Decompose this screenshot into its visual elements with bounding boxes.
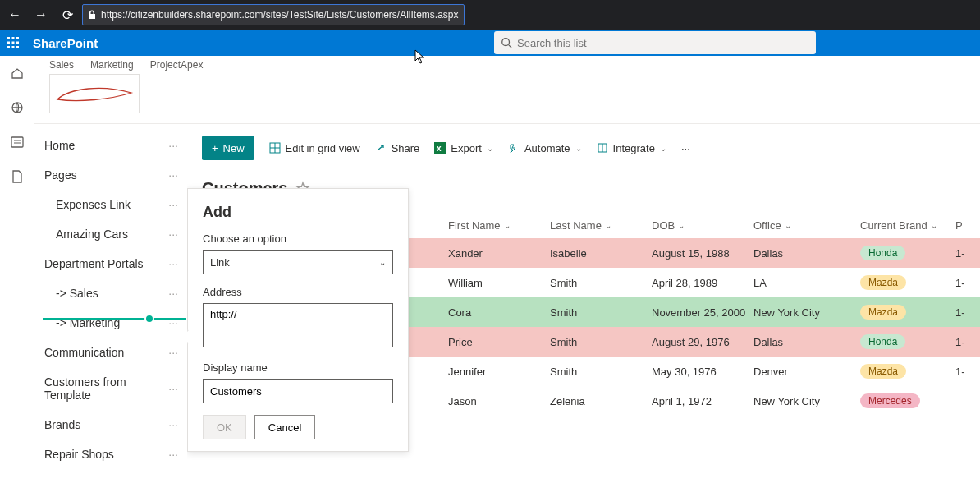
globe-icon[interactable] bbox=[10, 100, 25, 115]
url-bar[interactable]: https://citizenbuilders.sharepoint.com/s… bbox=[82, 4, 465, 25]
cell-office: Dallas bbox=[753, 336, 860, 348]
choose-select[interactable]: Link⌄ bbox=[203, 250, 393, 274]
file-icon[interactable] bbox=[10, 169, 25, 184]
svg-rect-3 bbox=[7, 42, 10, 44]
more-icon[interactable]: ··· bbox=[168, 139, 178, 152]
chevron-down-icon: ⌄ bbox=[379, 258, 386, 267]
cell-office: LA bbox=[753, 277, 860, 289]
cell-dob: April 28, 1989 bbox=[652, 277, 753, 289]
brand-pill: Mercedes bbox=[860, 393, 920, 408]
new-button[interactable]: +New bbox=[202, 136, 254, 160]
overflow-button[interactable]: ··· bbox=[681, 142, 690, 154]
cell-fn: Price bbox=[448, 336, 550, 348]
cell-ln: Smith bbox=[550, 306, 652, 319]
cell-dob: April 1, 1972 bbox=[652, 395, 753, 407]
cell-ln: Smith bbox=[550, 366, 652, 378]
svg-rect-1 bbox=[12, 37, 15, 39]
topnav-marketing[interactable]: Marketing bbox=[90, 59, 134, 71]
integrate-button[interactable]: Integrate⌄ bbox=[597, 142, 666, 154]
cancel-button[interactable]: Cancel bbox=[254, 415, 315, 439]
leftnav-customers-template[interactable]: Customers from Template··· bbox=[34, 367, 186, 410]
svg-point-9 bbox=[502, 39, 510, 46]
svg-rect-2 bbox=[16, 37, 19, 39]
search-input[interactable] bbox=[517, 37, 809, 49]
ok-button[interactable]: OK bbox=[203, 415, 246, 439]
home-icon[interactable] bbox=[10, 66, 25, 80]
cell-office: New York City bbox=[753, 306, 860, 319]
svg-rect-4 bbox=[12, 42, 15, 44]
search-box[interactable] bbox=[494, 31, 816, 54]
col-dob[interactable]: DOB⌄ bbox=[652, 219, 753, 232]
cell-phone: 1- bbox=[955, 247, 978, 260]
display-label: Display name bbox=[203, 361, 393, 374]
leftnav-amazing-cars[interactable]: Amazing Cars··· bbox=[34, 219, 186, 249]
forward-button[interactable]: → bbox=[30, 3, 53, 26]
topnav-projectapex[interactable]: ProjectApex bbox=[150, 59, 204, 71]
lock-icon bbox=[88, 10, 96, 20]
cell-brand: Mazda bbox=[860, 364, 955, 379]
news-icon[interactable] bbox=[10, 135, 25, 150]
leftnav-dept-portals[interactable]: Department Portals··· bbox=[34, 249, 186, 278]
col-office[interactable]: Office⌄ bbox=[753, 219, 860, 232]
grid-icon bbox=[269, 142, 281, 154]
cell-phone: 1- bbox=[955, 366, 978, 378]
chevron-down-icon: ⌄ bbox=[678, 221, 685, 230]
display-name-input[interactable] bbox=[203, 379, 393, 403]
app-launcher-icon[interactable] bbox=[0, 30, 26, 56]
topnav-sales[interactable]: Sales bbox=[49, 59, 74, 71]
address-input[interactable] bbox=[203, 303, 393, 347]
leftnav-marketing[interactable]: -> Marketing··· bbox=[34, 308, 186, 338]
brand-pill: Honda bbox=[860, 246, 905, 260]
brand-pill: Mazda bbox=[860, 305, 906, 320]
cell-dob: May 30, 1976 bbox=[652, 366, 753, 378]
share-icon bbox=[375, 142, 387, 154]
chevron-down-icon: ⌄ bbox=[504, 221, 511, 230]
choose-label: Choose an option bbox=[203, 232, 393, 245]
leftnav-communication[interactable]: Communication··· bbox=[34, 338, 186, 367]
chevron-down-icon: ⌄ bbox=[931, 221, 937, 230]
col-phone[interactable]: P bbox=[955, 219, 978, 232]
site-logo bbox=[49, 74, 140, 113]
cell-ln: Isabelle bbox=[550, 247, 652, 260]
col-firstname[interactable]: First Name⌄ bbox=[448, 219, 550, 232]
cell-office: Dallas bbox=[753, 247, 860, 260]
svg-text:x: x bbox=[437, 144, 442, 153]
svg-rect-8 bbox=[16, 46, 19, 48]
cell-brand: Mazda bbox=[860, 275, 955, 290]
search-icon bbox=[501, 37, 512, 48]
cell-fn: Cora bbox=[448, 306, 550, 319]
insert-marker bbox=[43, 318, 186, 320]
back-button[interactable]: ← bbox=[3, 3, 26, 26]
cell-fn: Jennifer bbox=[448, 366, 550, 378]
leftnav-home[interactable]: Home··· bbox=[34, 131, 186, 160]
cell-ln: Smith bbox=[550, 336, 652, 348]
more-icon: ··· bbox=[681, 142, 690, 154]
svg-line-10 bbox=[509, 45, 512, 48]
col-brand[interactable]: Current Brand⌄ bbox=[860, 219, 955, 232]
leftnav-pages[interactable]: Pages··· bbox=[34, 160, 186, 190]
leftnav-repair-shops[interactable]: Repair Shops··· bbox=[34, 439, 186, 469]
sharepoint-header: SharePoint bbox=[0, 30, 980, 56]
chevron-down-icon: ⌄ bbox=[660, 144, 666, 153]
insert-handle-icon[interactable] bbox=[144, 314, 154, 324]
leftnav-brands[interactable]: Brands··· bbox=[34, 410, 186, 439]
automate-button[interactable]: Automate⌄ bbox=[508, 142, 582, 154]
reload-button[interactable]: ⟳ bbox=[56, 3, 79, 26]
chevron-down-icon: ⌄ bbox=[575, 144, 582, 153]
svg-rect-5 bbox=[16, 42, 19, 44]
cell-office: New York City bbox=[753, 395, 860, 407]
edit-grid-button[interactable]: Edit in grid view bbox=[269, 142, 360, 154]
cell-office: Denver bbox=[753, 366, 860, 378]
col-lastname[interactable]: Last Name⌄ bbox=[550, 219, 652, 232]
svg-rect-7 bbox=[12, 46, 15, 48]
url-text: https://citizenbuilders.sharepoint.com/s… bbox=[101, 9, 459, 21]
leftnav-expenses[interactable]: Expenses Link··· bbox=[34, 190, 186, 219]
share-button[interactable]: Share bbox=[375, 142, 420, 154]
cell-phone: 1- bbox=[955, 336, 978, 348]
export-button[interactable]: xExport⌄ bbox=[434, 142, 493, 154]
leftnav-sales[interactable]: -> Sales··· bbox=[34, 278, 186, 308]
brand-pill: Honda bbox=[860, 334, 905, 349]
cell-ln: Zelenia bbox=[550, 395, 652, 407]
cell-phone: 1- bbox=[955, 306, 978, 319]
svg-rect-6 bbox=[7, 46, 10, 48]
